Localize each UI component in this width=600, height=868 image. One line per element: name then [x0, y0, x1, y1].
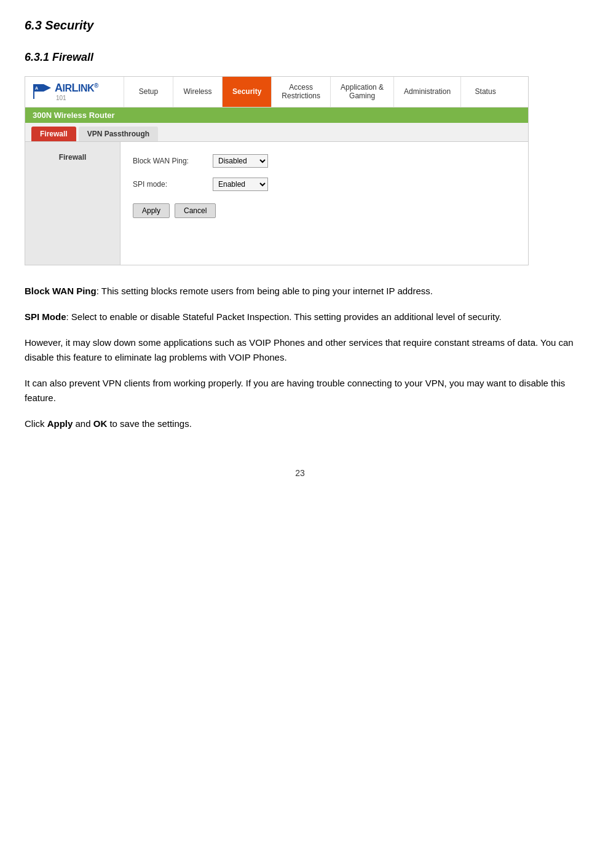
svg-text:A: A: [35, 86, 38, 90]
nav-wireless[interactable]: Wireless: [173, 77, 222, 107]
airlink-logo-container: A AIRLINK® 101: [33, 82, 98, 101]
save-note-paragraph: Click Apply and OK to save the settings.: [25, 416, 575, 431]
block-wan-ping-description: Block WAN Ping: This setting blocks remo…: [25, 284, 575, 299]
spi-mode-description: SPI Mode: Select to enable or disable St…: [25, 310, 575, 324]
nav-app-gaming[interactable]: Application &Gaming: [330, 77, 393, 107]
router-sidebar: Firewall: [25, 142, 120, 265]
vpn-note-paragraph: It can also prevent VPN clients from wor…: [25, 376, 575, 405]
block-wan-ping-bold: Block WAN Ping: [25, 286, 97, 296]
form-row-block-wan-ping: Block WAN Ping: Disabled Enabled: [133, 154, 516, 168]
block-wan-ping-label: Block WAN Ping:: [133, 157, 213, 165]
router-banner: 300N Wireless Router: [25, 108, 528, 123]
spi-mode-label: SPI mode:: [133, 180, 213, 189]
router-nav: Setup Wireless Security AccessRestrictio…: [124, 77, 528, 107]
save-note-suffix: to save the settings.: [107, 418, 192, 429]
nav-access-restrictions[interactable]: AccessRestrictions: [271, 77, 330, 107]
router-header: A AIRLINK® 101 Setup Wireless Security A…: [25, 77, 528, 108]
router-screenshot: A AIRLINK® 101 Setup Wireless Security A…: [25, 76, 529, 265]
tab-firewall[interactable]: Firewall: [31, 127, 76, 141]
nav-setup[interactable]: Setup: [124, 77, 173, 107]
spi-mode-bold: SPI Mode: [25, 311, 66, 322]
router-tabs: Firewall VPN Passthrough: [25, 123, 528, 142]
section-title: 6.3 Security: [25, 18, 575, 33]
airlink-brand-text: AIRLINK® 101: [55, 82, 98, 101]
block-wan-ping-select[interactable]: Disabled Enabled: [213, 154, 268, 168]
block-wan-ping-text: : This setting blocks remote users from …: [97, 286, 433, 296]
sidebar-firewall-item: Firewall: [25, 148, 120, 166]
cancel-button[interactable]: Cancel: [175, 203, 216, 218]
nav-security[interactable]: Security: [222, 77, 271, 107]
vpn-note-text: It can also prevent VPN clients from wor…: [25, 378, 565, 403]
voip-note-paragraph: However, it may slow down some applicati…: [25, 335, 575, 365]
router-logo: A AIRLINK® 101: [25, 77, 124, 107]
save-note-ok-bold: OK: [93, 418, 108, 429]
router-actions: Apply Cancel: [133, 203, 516, 218]
save-note-prefix: Click: [25, 418, 47, 429]
voip-note-text: However, it may slow down some applicati…: [25, 337, 574, 362]
page-number: 23: [25, 468, 575, 478]
subsection-title: 6.3.1 Firewall: [25, 51, 575, 64]
save-note-apply-bold: Apply: [47, 418, 73, 429]
spi-mode-select[interactable]: Enabled Disabled: [213, 178, 268, 191]
nav-administration[interactable]: Administration: [393, 77, 460, 107]
spi-mode-text: : Select to enable or disable Stateful P…: [66, 311, 502, 322]
airlink-top: A AIRLINK® 101: [33, 82, 98, 101]
nav-status[interactable]: Status: [460, 77, 510, 107]
svg-marker-1: [44, 84, 51, 92]
save-note-middle: and: [73, 418, 93, 429]
airlink-flag-icon: A: [33, 83, 52, 100]
router-main: Block WAN Ping: Disabled Enabled SPI mod…: [120, 142, 528, 265]
form-row-spi-mode: SPI mode: Enabled Disabled: [133, 178, 516, 191]
tab-vpn-passthrough[interactable]: VPN Passthrough: [79, 127, 158, 141]
apply-button[interactable]: Apply: [133, 203, 170, 218]
router-content: Firewall Block WAN Ping: Disabled Enable…: [25, 142, 528, 265]
